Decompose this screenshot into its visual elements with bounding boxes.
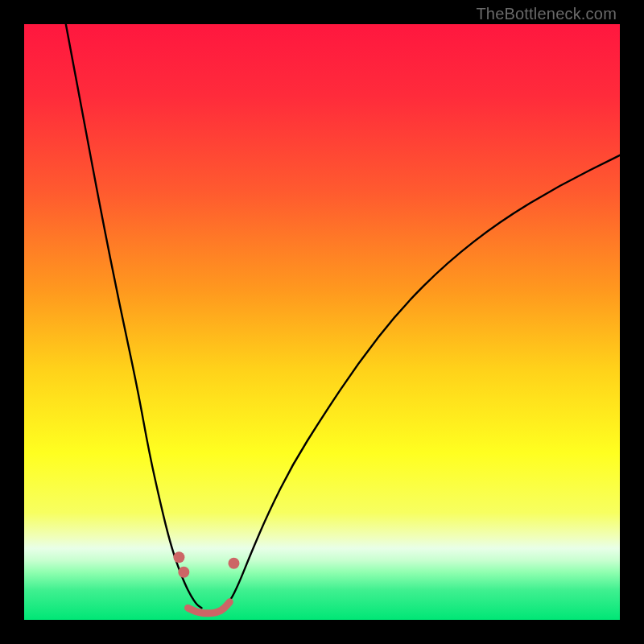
marker-left-dot-lower (178, 567, 189, 578)
series-right-arm (222, 155, 620, 608)
series-left-arm (66, 24, 202, 608)
chart-frame: TheBottleneck.com (0, 0, 644, 644)
watermark-text: TheBottleneck.com (476, 5, 617, 23)
plot-area (24, 24, 620, 620)
series-valley-floor (188, 602, 230, 613)
curves-layer (24, 24, 620, 620)
marker-right-dot (228, 558, 239, 569)
marker-left-dot-upper (173, 551, 184, 563)
